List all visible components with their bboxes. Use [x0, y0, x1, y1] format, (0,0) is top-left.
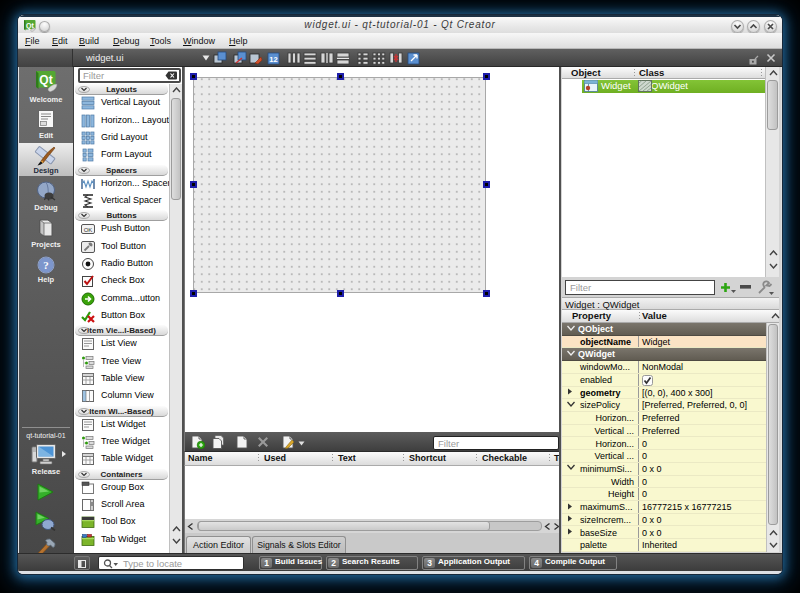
svg-text:OK: OK	[84, 227, 93, 233]
svg-text:12: 12	[269, 55, 277, 64]
svg-text:?: ?	[43, 259, 49, 271]
svg-text:Qt: Qt	[39, 73, 52, 87]
